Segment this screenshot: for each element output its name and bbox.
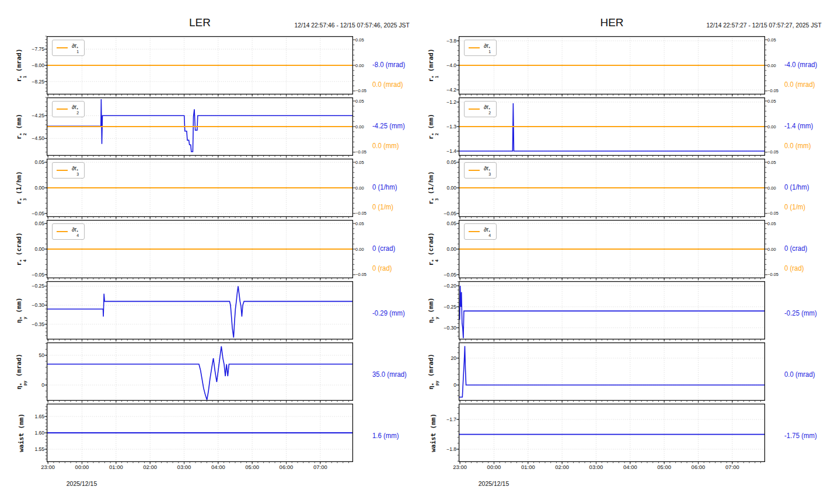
x-axis-her: 23:0000:0001:0002:0003:0004:0005:0006:00… [459,464,765,472]
value-annotation-blue: -1.75 (mm) [784,432,824,440]
right-axis-tick-label: 0.00 [767,186,776,191]
plot-area-eta_y [47,281,353,340]
y-tick-label: −0.05 [18,211,44,216]
x-axis-ler: 23:0000:0001:0002:0003:0004:0005:0006:00… [47,464,353,472]
y-axis-label: r*4 (crad) [427,232,439,265]
x-tick-label: 23:00 [41,464,55,470]
panel-her-r3: 0.050.00−0.050.050.00−0.05r*3 (1/hm)∂r*3… [459,159,765,217]
x-tick-label: 03:00 [589,464,603,470]
right-axis-tick-label: 0.00 [355,186,364,191]
panel-her-r4: 0.050.00−0.050.050.00−0.05r*4 (crad)∂r*4… [459,220,765,278]
legend-line-swatch [57,231,68,232]
legend-line-swatch [57,47,68,48]
legend-box: ∂r*3 [52,162,85,178]
legend-label: ∂r*1 [484,43,491,53]
y-axis-label: η*y (mm) [15,298,27,323]
legend-box: ∂r*2 [464,101,497,117]
right-axis-tick-label: 0.00 [767,247,776,252]
panel-ler-r4: 0.050.00−0.050.050.00−0.05r*4 (crad)∂r*4… [47,220,353,278]
plot-area-r4 [47,220,353,278]
y-axis-label: r*3 (1/hm) [427,171,439,204]
value-annotation-blue: -1.4 (mm) [784,122,824,130]
panel-her-eta_y: −0.20−0.25−0.30η*y (mm)-0.25 (mm) [459,281,765,340]
right-axis-tick-label: 0.00 [355,247,364,252]
y-axis-label: r*4 (crad) [15,232,27,265]
right-axis-tick-label: −0.05 [767,211,778,216]
legend-box: ∂r*3 [464,162,497,178]
panel-ler-eta_y: −0.25−0.30−0.35η*y (mm)-0.29 (mm) [47,281,353,340]
right-axis-tick-label: −0.05 [355,88,366,93]
panel-her-r2: 0.050.00−0.05−1.2−1.3−1.4r*2 (mm)∂r*2-1.… [459,97,765,156]
plot-area-r3 [459,159,765,217]
value-annotation-orange: 0 (1/m) [784,203,824,211]
right-axis-tick-label: 0.05 [767,160,776,165]
value-annotation-blue: -4.0 (mrad) [784,61,824,69]
x-tick-label: 06:00 [280,464,294,470]
legend-line-swatch [469,231,480,232]
panel-ler-waist: 1.651.601.55waist (mm)1.6 (mm) [47,404,353,462]
x-tick-label: 02:00 [555,464,569,470]
y-tick-label: −0.20 [430,283,456,289]
legend-label: ∂r*2 [484,104,491,114]
x-tick-label: 03:00 [177,464,191,470]
y-tick-label: 0.05 [18,220,44,226]
right-axis-tick-label: 0.00 [355,124,364,130]
right-axis-tick-label: −0.05 [355,211,366,216]
x-tick-label: 01:00 [109,464,123,470]
y-axis-label: r*1 (mrad) [427,48,439,82]
legend-box: ∂r*1 [464,40,497,56]
y-axis-label: η*y (mm) [427,298,439,323]
legend-box: ∂r*2 [52,101,85,117]
plot-area-r2 [47,97,353,156]
value-annotation-orange: 0.0 (mrad) [784,80,824,89]
right-axis-tick-label: −0.05 [767,149,778,155]
time-range-label-ler: 12/14 22:57:46 - 12/15 07:57:46, 2025 JS… [295,22,410,29]
legend-box: ∂r*4 [52,223,85,240]
y-axis-label: r*2 (mm) [15,114,27,139]
y-tick-label: −1.2 [430,99,456,105]
x-tick-label: 05:00 [657,464,671,470]
x-tick-label: 04:00 [211,464,225,470]
right-axis-tick-label: 0.00 [355,63,364,68]
panel-her-eta_py: 200η*py (mrad)0.0 (mrad) [459,342,765,401]
x-tick-label: 04:00 [623,464,637,470]
right-axis-tick-label: 0.00 [767,124,776,130]
right-axis-tick-label: 0.05 [767,221,776,226]
right-axis-tick-label: 0.00 [767,63,776,68]
y-axis-label: waist (mm) [430,414,437,452]
panel-ler-r1: 0.050.00−0.05−7.75−8.00−8.25r*1 (mrad)∂r… [47,36,353,94]
legend-line-swatch [57,170,68,171]
x-date-label-her: 2025/12/15 [479,480,509,487]
x-tick-label: 23:00 [453,464,467,470]
y-tick-label: −3.8 [430,38,456,44]
x-tick-label: 00:00 [487,464,501,470]
right-axis-tick-label: 0.05 [355,99,364,104]
x-tick-label: 05:00 [245,464,259,470]
y-axis-label: r*2 (mm) [427,114,439,139]
plot-area-r2 [459,97,765,156]
legend-line-swatch [469,170,480,171]
value-annotation-blue: -0.25 (mm) [784,309,824,317]
plot-area-r1 [47,36,353,94]
plot-area-r3 [47,159,353,217]
right-axis-tick-label: −0.05 [767,88,778,93]
y-axis-label: r*1 (mrad) [15,48,27,82]
column-her: HER 12/14 22:57:27 - 12/15 07:57:27, 202… [412,0,824,504]
right-axis-tick-label: 0.05 [767,99,776,104]
right-axis-tick-label: −0.05 [355,149,366,155]
plot-area-r1 [459,36,765,94]
legend-line-swatch [57,108,68,110]
y-tick-label: −4.2 [430,87,456,93]
legend-label: ∂r*4 [72,226,79,237]
y-tick-label: 0.05 [430,220,456,226]
value-annotation-orange: 0.0 (mm) [784,142,824,150]
legend-label: ∂r*3 [484,165,491,176]
y-tick-label: −1.4 [430,148,456,154]
legend-box: ∂r*4 [464,223,497,240]
right-axis-tick-label: −0.05 [355,272,366,277]
y-axis-label: r*3 (1/hm) [15,171,27,204]
panel-ler-r3: 0.050.00−0.050.050.00−0.05r*3 (1/hm)∂r*3… [47,159,353,217]
y-tick-label: 0.05 [18,159,44,165]
y-tick-label: −0.05 [430,211,456,216]
legend-line-swatch [469,108,480,110]
